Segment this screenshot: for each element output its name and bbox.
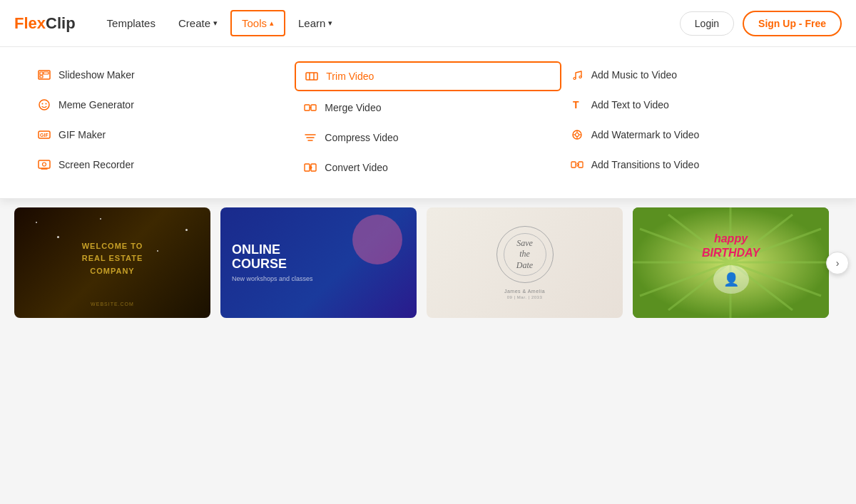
convert-video-icon xyxy=(303,160,317,175)
template-card-birthday[interactable]: happyBIRTHDAY 👤 xyxy=(633,207,829,318)
logo[interactable]: FlexClip xyxy=(14,14,76,33)
birthday-content: happyBIRTHDAY 👤 xyxy=(633,232,829,293)
real-estate-title: WELCOME TOREAL ESTATE COMPANY xyxy=(63,240,162,278)
birthday-title: happyBIRTHDAY xyxy=(633,232,829,259)
save-date-names: James & Amelia xyxy=(504,289,545,294)
template-card-online-course[interactable]: ONLINECOURSE New workshops and classes xyxy=(220,207,417,318)
svg-rect-1 xyxy=(40,72,43,75)
slideshow-maker-item[interactable]: Slideshow Maker xyxy=(29,61,295,88)
svg-point-23 xyxy=(574,78,576,80)
tools-arrow-icon: ▴ xyxy=(270,19,274,28)
merge-video-item[interactable]: Merge Video xyxy=(295,94,561,121)
nav: Templates Create ▾ Tools ▴ Learn ▾ xyxy=(97,10,343,36)
dropdown-col-3: Add Music to Video T Add Text to Video xyxy=(561,61,827,181)
meme-generator-item[interactable]: Meme Generator xyxy=(29,91,295,118)
chevron-right-icon: › xyxy=(836,257,840,269)
meme-icon xyxy=(37,98,51,112)
merge-video-icon xyxy=(303,101,317,115)
svg-point-5 xyxy=(42,103,44,105)
svg-rect-32 xyxy=(571,162,576,168)
compress-video-item[interactable]: Compress Video xyxy=(295,124,561,151)
add-transitions-icon xyxy=(570,158,584,172)
add-music-icon xyxy=(570,68,584,82)
slideshow-icon xyxy=(37,68,51,82)
svg-rect-33 xyxy=(579,162,583,168)
nav-create[interactable]: Create ▾ xyxy=(168,11,228,35)
template-card-save-date[interactable]: SavetheDate James & Amelia 09 | Mar. | 2… xyxy=(427,207,623,318)
save-date-content: SavetheDate James & Amelia 09 | Mar. | 2… xyxy=(427,207,623,318)
header: FlexClip Templates Create ▾ Tools ▴ Lear… xyxy=(0,0,856,47)
add-watermark-icon xyxy=(570,128,584,142)
real-estate-sub: WEBSITE.COM xyxy=(14,302,210,307)
signup-button[interactable]: Sign Up - Free xyxy=(743,11,842,36)
tools-dropdown: Slideshow Maker Meme Generator GIF GIF xyxy=(0,47,856,199)
add-music-item[interactable]: Add Music to Video xyxy=(561,61,827,88)
save-date-date: 09 | Mar. | 2033 xyxy=(507,295,542,299)
create-arrow-icon: ▾ xyxy=(213,19,218,28)
online-course-sub: New workshops and classes xyxy=(232,275,405,282)
save-date-circle: SavetheDate xyxy=(496,226,554,283)
svg-rect-3 xyxy=(44,72,49,74)
add-transitions-item[interactable]: Add Transitions to Video xyxy=(561,151,827,178)
logo-flex: Flex xyxy=(14,14,46,32)
card-circle-decoration xyxy=(352,215,402,264)
screen-recorder-icon xyxy=(37,158,51,172)
learn-arrow-icon: ▾ xyxy=(328,19,332,28)
real-estate-card-content: WELCOME TOREAL ESTATE COMPANY xyxy=(63,240,162,278)
dropdown-col-2: Trim Video Merge Video Compress Video xyxy=(295,61,561,181)
add-watermark-item[interactable]: Add Watermark to Video xyxy=(561,121,827,148)
birthday-photo: 👤 xyxy=(713,265,749,294)
dropdown-col-1: Slideshow Maker Meme Generator GIF GIF xyxy=(29,61,295,181)
svg-rect-2 xyxy=(40,76,43,78)
convert-video-item[interactable]: Convert Video xyxy=(295,154,561,181)
nav-templates[interactable]: Templates xyxy=(97,11,165,35)
gif-maker-item[interactable]: GIF GIF Maker xyxy=(29,121,295,148)
svg-rect-16 xyxy=(311,105,316,110)
header-actions: Login Sign Up - Free xyxy=(680,11,842,36)
svg-point-6 xyxy=(46,103,47,105)
add-text-item[interactable]: T Add Text to Video xyxy=(561,91,827,118)
trim-video-item[interactable]: Trim Video xyxy=(295,61,561,91)
svg-point-27 xyxy=(575,133,579,137)
save-date-title: SavetheDate xyxy=(516,238,533,272)
login-button[interactable]: Login xyxy=(680,11,734,36)
compress-video-icon xyxy=(303,130,317,145)
svg-rect-12 xyxy=(306,73,317,80)
svg-text:T: T xyxy=(573,99,579,110)
trim-video-icon xyxy=(305,69,319,83)
svg-point-24 xyxy=(579,76,581,78)
cards-next-button[interactable]: › xyxy=(826,252,849,274)
template-cards: WELCOME TOREAL ESTATE COMPANY WEBSITE.CO… xyxy=(14,207,842,318)
svg-text:GIF: GIF xyxy=(40,133,49,138)
svg-rect-15 xyxy=(305,105,310,110)
gif-icon: GIF xyxy=(37,128,51,142)
template-card-real-estate[interactable]: WELCOME TOREAL ESTATE COMPANY WEBSITE.CO… xyxy=(14,207,210,318)
screen-recorder-item[interactable]: Screen Recorder xyxy=(29,151,295,178)
svg-point-10 xyxy=(43,163,46,166)
svg-point-4 xyxy=(39,100,49,110)
nav-tools[interactable]: Tools ▴ xyxy=(230,10,285,36)
logo-clip: Clip xyxy=(46,14,76,32)
svg-rect-21 xyxy=(305,164,310,171)
svg-rect-9 xyxy=(39,160,50,168)
nav-learn[interactable]: Learn ▾ xyxy=(288,11,342,35)
add-text-icon: T xyxy=(570,98,584,112)
